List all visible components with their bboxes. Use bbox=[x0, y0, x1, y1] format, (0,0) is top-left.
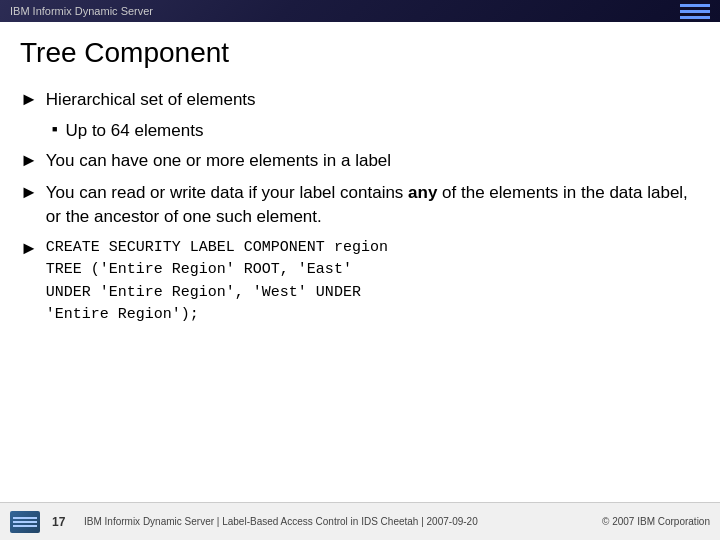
footer-logo-stripe-1 bbox=[13, 517, 37, 519]
main-content: Tree Component ► Hierarchical set of ele… bbox=[0, 22, 720, 502]
footer-logo-stripe-2 bbox=[13, 521, 37, 523]
bullet-item-1: ► Hierarchical set of elements bbox=[20, 88, 700, 113]
bullet-text-2: You can have one or more elements in a l… bbox=[46, 149, 391, 174]
footer-logo-image bbox=[10, 511, 40, 533]
bullet-item-2: ► You can have one or more elements in a… bbox=[20, 149, 700, 174]
ibm-stripe-1 bbox=[680, 4, 710, 7]
footer-description: IBM Informix Dynamic Server | Label-Base… bbox=[84, 516, 590, 527]
bullet-text-3-plain: You can read or write data if your label… bbox=[46, 183, 408, 202]
arrow-bullet-2: ► bbox=[20, 148, 38, 173]
bullet-text-3: You can read or write data if your label… bbox=[46, 181, 700, 230]
page-title: Tree Component bbox=[20, 36, 700, 70]
sub-bullet-text-1: Up to 64 elements bbox=[65, 119, 203, 144]
header-bar: IBM Informix Dynamic Server bbox=[0, 0, 720, 22]
arrow-bullet-4: ► bbox=[20, 236, 38, 261]
bullet-item-4: ► CREATE SECURITY LABEL COMPONENT region… bbox=[20, 237, 700, 327]
bullet-item-3: ► You can read or write data if your lab… bbox=[20, 181, 700, 230]
ibm-logo-header bbox=[680, 4, 710, 19]
header-title: IBM Informix Dynamic Server bbox=[10, 5, 153, 17]
footer-page-number: 17 bbox=[52, 515, 72, 529]
arrow-bullet-1: ► bbox=[20, 87, 38, 112]
bullet-text-3-bold: any bbox=[408, 183, 437, 202]
sub-bullet-item-1: ■ Up to 64 elements bbox=[52, 119, 700, 144]
square-bullet-1: ■ bbox=[52, 123, 57, 136]
bullet-text-1: Hierarchical set of elements bbox=[46, 88, 256, 113]
footer-copyright: © 2007 IBM Corporation bbox=[602, 516, 710, 527]
ibm-stripe-2 bbox=[680, 10, 710, 13]
footer: 17 IBM Informix Dynamic Server | Label-B… bbox=[0, 502, 720, 540]
bullet-text-code: CREATE SECURITY LABEL COMPONENT region T… bbox=[46, 237, 388, 327]
arrow-bullet-3: ► bbox=[20, 180, 38, 205]
footer-logo-stripe-3 bbox=[13, 525, 37, 527]
ibm-stripe-3 bbox=[680, 16, 710, 19]
